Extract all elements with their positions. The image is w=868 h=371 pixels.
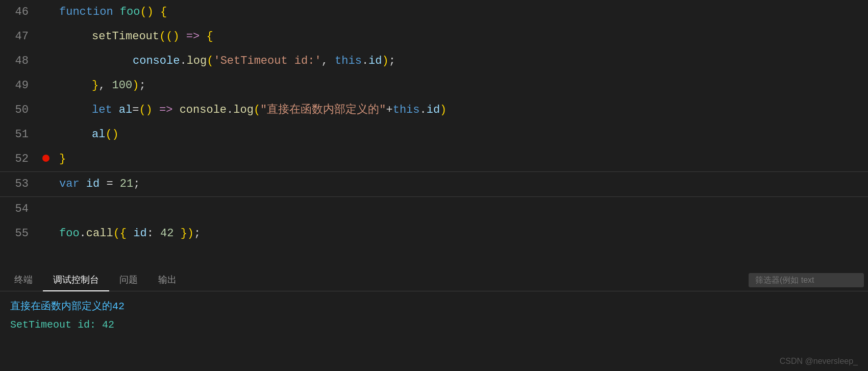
panel-tabs: 终端 调试控制台 问题 输出 — [0, 269, 868, 291]
bottom-panel: 终端 调试控制台 问题 输出 直接在函数内部定义的42 SetTimeout i… — [0, 269, 868, 371]
output-line-2: SetTimeout id: 42 — [10, 316, 858, 334]
panel-tabs-left: 终端 调试控制台 问题 输出 — [4, 269, 187, 291]
panel-output: 直接在函数内部定义的42 SetTimeout id: 42 — [0, 291, 868, 371]
line-number-55: 55 — [0, 221, 41, 246]
code-content-46: function foo() { — [51, 0, 868, 24]
filter-input[interactable] — [749, 273, 864, 287]
tab-terminal[interactable]: 终端 — [4, 269, 43, 291]
code-line-49: 49 }, 100); — [0, 73, 868, 98]
tab-problems[interactable]: 问题 — [109, 269, 148, 291]
line-number-53: 53 — [0, 172, 41, 196]
line-number-47: 47 — [0, 24, 41, 49]
line-number-52: 52 — [0, 147, 41, 171]
code-editor: 46 function foo() { 47 setTimeout(() => … — [0, 0, 868, 269]
line-number-50: 50 — [0, 98, 41, 122]
code-content-52: } — [51, 147, 868, 171]
function-name-foo: foo — [120, 0, 140, 24]
code-line-46: 46 function foo() { — [0, 0, 868, 24]
line-number-54: 54 — [0, 197, 41, 221]
code-line-50: 50 let al=() => console.log("直接在函数内部定义的"… — [0, 98, 868, 122]
watermark: CSDN @neversleep_ — [780, 357, 858, 366]
tab-debug-console[interactable]: 调试控制台 — [43, 269, 109, 291]
code-line-54: 54 — [0, 197, 868, 221]
line-number-49: 49 — [0, 73, 41, 98]
code-line-47: 47 setTimeout(() => { — [0, 24, 868, 49]
code-content-55: foo.call({ id: 42 }); — [51, 221, 868, 246]
line-number-46: 46 — [0, 0, 41, 24]
code-line-51: 51 al() — [0, 122, 868, 147]
breakpoint-area-52[interactable] — [41, 155, 51, 162]
code-line-48: 48 console.log('SetTimeout id:', this.id… — [0, 49, 868, 73]
tab-output[interactable]: 输出 — [148, 269, 187, 291]
line-number-48: 48 — [0, 49, 41, 73]
code-content-47: setTimeout(() => { — [51, 24, 868, 49]
code-line-53: 53 var id = 21; — [0, 171, 868, 197]
line-number-51: 51 — [0, 122, 41, 147]
breakpoint-dot-52 — [42, 155, 49, 162]
code-content-48: console.log('SetTimeout id:', this.id); — [51, 49, 868, 73]
code-line-55: 55 foo.call({ id: 42 }); — [0, 221, 868, 246]
code-content-53: var id = 21; — [51, 172, 868, 196]
output-line-1: 直接在函数内部定义的42 — [10, 298, 858, 316]
code-content-49: }, 100); — [51, 73, 868, 98]
code-line-52: 52 } — [0, 147, 868, 171]
code-content-51: al() — [51, 122, 868, 147]
code-content-50: let al=() => console.log("直接在函数内部定义的"+th… — [51, 98, 868, 122]
keyword-function: function — [59, 0, 113, 24]
